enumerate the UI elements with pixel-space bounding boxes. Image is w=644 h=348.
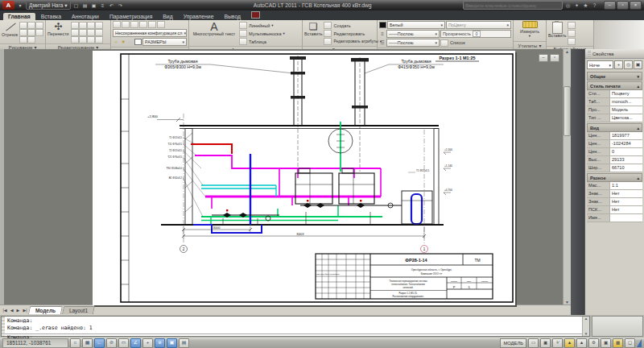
object-snap-tracking-toggle[interactable]: ∠ bbox=[130, 338, 141, 348]
edit-more-icon[interactable] bbox=[95, 36, 103, 44]
section-misc[interactable]: Разное▴ bbox=[587, 173, 642, 182]
copy-icon[interactable] bbox=[87, 22, 95, 29]
line-button[interactable]: Отрезок bbox=[2, 21, 18, 38]
linetype-dropdown[interactable]: —— Послою▾ bbox=[386, 39, 440, 47]
arc-icon[interactable] bbox=[19, 22, 27, 29]
property-row[interactable]: ПСК...Нет bbox=[587, 206, 642, 214]
copy-clip-icon[interactable] bbox=[568, 30, 576, 37]
mirror-icon[interactable] bbox=[95, 22, 103, 29]
vertical-scrollbar[interactable]: ▲ ▼ bbox=[563, 49, 571, 304]
scroll-up-icon[interactable]: ▲ bbox=[584, 317, 588, 321]
edit-attributes-button[interactable]: Редактировать атрибуты▾ bbox=[324, 38, 382, 45]
rotate-icon[interactable] bbox=[71, 22, 79, 29]
circle-icon[interactable] bbox=[19, 29, 27, 36]
exchange-icon[interactable]: ✦ bbox=[573, 2, 580, 9]
property-row[interactable]: Цен...-1024284 bbox=[587, 140, 642, 148]
insert-block-button[interactable]: ❏ Вставить bbox=[304, 21, 322, 37]
point-icon[interactable] bbox=[27, 36, 35, 44]
trim-icon[interactable] bbox=[79, 22, 87, 29]
polar-tracking-toggle[interactable]: ⊘ bbox=[106, 338, 117, 348]
undo-icon[interactable]: ↶ bbox=[109, 2, 115, 9]
polyline-icon[interactable] bbox=[27, 22, 35, 29]
section-view[interactable]: Вид▴ bbox=[587, 123, 642, 132]
workspace-switch-icon[interactable]: ⚙ bbox=[588, 338, 599, 348]
tab-view[interactable]: Вид bbox=[158, 13, 177, 21]
model-icon[interactable]: ▭ bbox=[528, 338, 539, 348]
property-row[interactable]: Имя... bbox=[587, 214, 642, 222]
linear-dimension-button[interactable]: Линейный▾ bbox=[239, 22, 285, 29]
layout-icon[interactable]: ▣ bbox=[540, 338, 551, 348]
mtext-button[interactable]: А Многострочный текст bbox=[191, 21, 237, 37]
edit-block-button[interactable]: Редактировать bbox=[324, 30, 382, 37]
tab-parametric[interactable]: Параметризация bbox=[105, 13, 157, 21]
quick-properties-toggle[interactable]: ▤ bbox=[179, 338, 189, 348]
property-row[interactable]: Таб...monoch... bbox=[587, 98, 642, 106]
snap-toggle[interactable]: ⌗ bbox=[70, 338, 80, 348]
palette-grip[interactable] bbox=[588, 51, 591, 56]
property-row[interactable]: Про...Модель bbox=[587, 106, 642, 114]
paste-button[interactable]: Вставить bbox=[548, 21, 566, 39]
grid-toggle[interactable]: ▦ bbox=[82, 338, 93, 348]
tab-output[interactable]: Вывод bbox=[219, 13, 246, 21]
lineweight-toggle[interactable]: ▣ bbox=[167, 338, 177, 348]
property-row[interactable]: Знак...Нет bbox=[587, 190, 642, 198]
scale-icon[interactable] bbox=[95, 29, 103, 36]
current-layer-dropdown[interactable]: РАЗМЕРЫ▾ bbox=[142, 38, 187, 46]
command-scrollbar[interactable]: ▲ ▼ bbox=[582, 317, 589, 336]
dynamic-ucs-toggle[interactable]: + bbox=[142, 338, 153, 348]
layer-config-dropdown[interactable]: Несохраненная конфигурация сл▾ bbox=[113, 29, 187, 37]
doc-restore-button[interactable]: ▫ bbox=[550, 54, 559, 62]
model-space-button[interactable]: МОДЕЛЬ bbox=[500, 338, 526, 348]
drawing-canvas[interactable]: – ▫ bbox=[0, 49, 563, 304]
record-icon[interactable] bbox=[251, 11, 260, 19]
quick-access-user-menu[interactable]: Дмитрий Нага ▾ bbox=[26, 1, 71, 10]
layer-isolate-icon[interactable] bbox=[130, 21, 138, 28]
layer-state-icon[interactable] bbox=[122, 21, 130, 28]
restore-button[interactable]: ▫ bbox=[617, 1, 629, 10]
app-logo-icon[interactable]: A bbox=[2, 1, 14, 10]
scroll-down-icon[interactable]: ▼ bbox=[584, 332, 588, 336]
offset-icon[interactable] bbox=[79, 36, 87, 44]
first-tab-icon[interactable]: |◀ bbox=[2, 308, 8, 313]
open-file-icon[interactable]: ▤ bbox=[82, 2, 89, 9]
move-button[interactable]: ✣ Перенести bbox=[47, 21, 69, 37]
next-tab-icon[interactable]: ▶ bbox=[15, 308, 21, 313]
tab-layout1[interactable]: Layout1 bbox=[62, 306, 95, 314]
table-button[interactable]: Таблица bbox=[239, 38, 285, 45]
select-objects-button[interactable]: ◎ bbox=[624, 60, 633, 69]
object-color-dropdown[interactable]: Белый▾ bbox=[387, 21, 445, 29]
object-snap-toggle[interactable]: ▭ bbox=[118, 338, 129, 348]
quick-select-button[interactable]: ▣ bbox=[634, 60, 642, 69]
tab-manage[interactable]: Управление bbox=[179, 13, 219, 21]
plot-style-dropdown[interactable]: ПоЦвету▾ bbox=[446, 21, 511, 29]
lightbulb-icon[interactable]: ☼ bbox=[113, 39, 119, 45]
measure-button[interactable]: Измерить▾ bbox=[520, 29, 539, 38]
property-row[interactable]: Тип ...Цветоза... bbox=[587, 114, 642, 122]
transparency-control[interactable]: Прозрачность0 bbox=[440, 30, 511, 38]
transparency-value[interactable]: 0 bbox=[473, 31, 481, 37]
vertical-scroll-thumb[interactable] bbox=[564, 86, 571, 136]
multileader-button[interactable]: Мультивыноска▾ bbox=[239, 30, 285, 37]
toggle-pickadd-button[interactable]: + bbox=[614, 60, 623, 69]
property-row[interactable]: Мас...1:1 bbox=[587, 182, 642, 190]
clean-screen-corner-icon[interactable] bbox=[637, 339, 642, 347]
section-plot-style[interactable]: Стиль печати▴ bbox=[587, 81, 642, 90]
tray-settings-icon[interactable]: ▦ bbox=[613, 338, 623, 348]
spline-icon[interactable] bbox=[19, 36, 27, 44]
erase-icon[interactable] bbox=[87, 36, 95, 44]
stretch-icon[interactable] bbox=[87, 29, 95, 36]
paste-special-icon[interactable] bbox=[568, 38, 576, 45]
property-row[interactable]: Сти...Поцвету bbox=[587, 90, 642, 98]
plot-icon[interactable]: ≡ bbox=[100, 2, 106, 9]
fillet-icon[interactable] bbox=[71, 29, 79, 36]
minimize-button[interactable]: – bbox=[604, 1, 616, 10]
close-button[interactable]: × bbox=[630, 1, 642, 10]
ortho-toggle[interactable]: ∟ bbox=[94, 338, 105, 348]
last-tab-icon[interactable]: ▶| bbox=[22, 308, 28, 313]
panel-utilities-label[interactable]: Утилиты▾ bbox=[514, 41, 546, 49]
favorites-icon[interactable]: ★ bbox=[582, 2, 589, 9]
layer-properties-icon[interactable] bbox=[113, 21, 121, 28]
tab-model[interactable]: Модель bbox=[28, 306, 63, 314]
layer-freeze-icon[interactable] bbox=[139, 21, 147, 28]
redo-icon[interactable]: ↷ bbox=[118, 2, 124, 9]
